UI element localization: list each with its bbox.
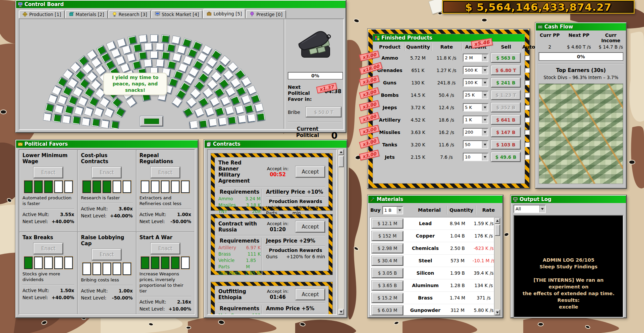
chevron-down-icon[interactable] (397, 207, 402, 214)
auto-sell-checkbox[interactable] (525, 105, 530, 110)
tab-production[interactable]: Production [1] (19, 10, 65, 18)
parliament-seat[interactable] (122, 46, 131, 55)
tab-materials[interactable]: Materials [2] (65, 10, 108, 18)
parliament-seat[interactable] (132, 60, 141, 69)
scroll-up-button[interactable] (495, 218, 500, 224)
parliament-seat[interactable] (156, 59, 164, 67)
parliament-seat[interactable] (231, 96, 240, 106)
parliament-seat[interactable] (89, 97, 99, 107)
auto-sell-checkbox[interactable] (525, 142, 530, 147)
parliament-seat[interactable] (126, 97, 137, 108)
parliament-seat[interactable] (68, 96, 78, 106)
parliament-seat[interactable] (92, 119, 100, 127)
parliament-seat[interactable] (139, 35, 147, 43)
parliament-seat[interactable] (133, 44, 142, 52)
buy-button[interactable]: $ 152 M (372, 231, 403, 241)
parliament-seat[interactable] (169, 78, 178, 87)
parliament-seat[interactable] (62, 86, 72, 96)
parliament-seat[interactable] (48, 94, 58, 104)
amount-dropdown[interactable]: 10 (463, 153, 488, 161)
scroll-down-button[interactable] (495, 310, 500, 315)
parliament-seat[interactable] (235, 105, 244, 114)
log-filter-dropdown[interactable]: All (514, 205, 546, 213)
parliament-seat[interactable] (151, 35, 158, 42)
parliament-seat[interactable] (100, 97, 110, 107)
amount-dropdown[interactable]: 500 K (463, 66, 488, 74)
accept-button[interactable]: Accept (296, 166, 325, 178)
parliament-seat[interactable] (63, 115, 71, 124)
parliament-seat[interactable] (128, 36, 137, 45)
parliament-seat[interactable] (205, 107, 214, 117)
parliament-seat[interactable] (52, 85, 62, 95)
buy-button[interactable]: $ 3.65 B (372, 281, 403, 290)
parliament-seat[interactable] (127, 53, 136, 62)
buy-button[interactable]: $ 2.98 M (372, 244, 403, 253)
parliament-seat[interactable] (156, 43, 164, 51)
chevron-down-icon[interactable] (482, 79, 488, 86)
chevron-down-icon[interactable] (482, 153, 488, 160)
parliament-seat[interactable] (228, 116, 236, 125)
parliament-seat[interactable] (183, 56, 193, 65)
buy-button[interactable]: $ 6.03 M (372, 306, 403, 315)
parliament-seat[interactable] (199, 97, 209, 107)
parliament-seat[interactable] (255, 103, 264, 112)
sell-button[interactable]: $ 563 B (491, 53, 521, 63)
amount-dropdown[interactable]: 2 M (463, 54, 488, 62)
auto-sell-checkbox[interactable] (525, 154, 530, 159)
parliament-seat[interactable] (172, 53, 181, 62)
sell-button[interactable]: $ 103 B (491, 140, 521, 149)
parliament-seat[interactable] (247, 114, 256, 122)
scroll-down-button[interactable] (338, 309, 344, 315)
sell-button[interactable]: $ 49.6 B (491, 152, 521, 162)
parliament-seat[interactable] (225, 87, 235, 97)
scrollbar-thumb[interactable] (495, 224, 500, 236)
parliament-seat[interactable] (55, 104, 64, 113)
chevron-down-icon[interactable] (482, 54, 488, 61)
enact-button[interactable]: Enact (92, 167, 121, 178)
sell-button[interactable]: $ 1.23 T (491, 90, 521, 100)
parliament-seat[interactable] (188, 49, 198, 58)
parliament-seat[interactable] (65, 105, 74, 114)
parliament-seat[interactable] (218, 117, 227, 126)
enact-button[interactable]: Enact (34, 243, 63, 254)
auto-sell-checkbox[interactable] (525, 68, 530, 73)
auto-sell-checkbox[interactable] (525, 55, 530, 60)
chevron-down-icon[interactable] (482, 129, 488, 136)
parliament-seat[interactable] (245, 104, 254, 113)
accept-button[interactable]: Accept (296, 289, 325, 300)
buy-button[interactable]: $ 3.05 B (372, 268, 403, 278)
parliament-seat[interactable] (112, 97, 122, 108)
parliament-seat[interactable] (220, 96, 230, 106)
parliament-seat[interactable] (215, 107, 224, 116)
parliament-seat[interactable] (241, 95, 250, 105)
parliament-seat[interactable] (210, 97, 220, 107)
parliament-seat[interactable] (53, 114, 61, 122)
parliament-seat[interactable] (117, 38, 126, 48)
amount-dropdown[interactable]: 50 (463, 140, 488, 149)
tab-research[interactable]: Research [3] (108, 10, 151, 18)
parliament-seat[interactable] (189, 121, 198, 129)
accept-button[interactable]: Accept (296, 221, 325, 232)
amount-dropdown[interactable]: 25 K (463, 91, 488, 99)
parliament-seat[interactable] (237, 115, 246, 124)
tab-lobbying[interactable]: Lobbying [5] (203, 9, 246, 18)
parliament-seat[interactable] (192, 41, 202, 51)
parliament-seat[interactable] (57, 77, 67, 87)
parliament-seat[interactable] (145, 43, 153, 51)
parliament-seat[interactable] (105, 108, 114, 117)
auto-sell-checkbox[interactable] (525, 92, 530, 97)
sell-button[interactable]: $ 352 B (491, 103, 521, 112)
auto-sell-checkbox[interactable] (525, 80, 530, 85)
amount-dropdown[interactable]: 5 K (463, 103, 488, 112)
parliament-seat[interactable] (145, 59, 153, 67)
sell-button[interactable]: $ 241 B (491, 78, 521, 87)
parliament-seat[interactable] (84, 87, 94, 98)
parliament-seat[interactable] (177, 46, 186, 55)
parliament-seat[interactable] (182, 38, 192, 48)
parliament-seat[interactable] (241, 77, 251, 87)
parliament-seat[interactable] (74, 106, 84, 115)
parliament-seat[interactable] (161, 35, 169, 43)
parliament-seat[interactable] (162, 52, 170, 60)
parliament-seat[interactable] (199, 120, 207, 128)
chevron-down-icon[interactable] (482, 141, 488, 148)
